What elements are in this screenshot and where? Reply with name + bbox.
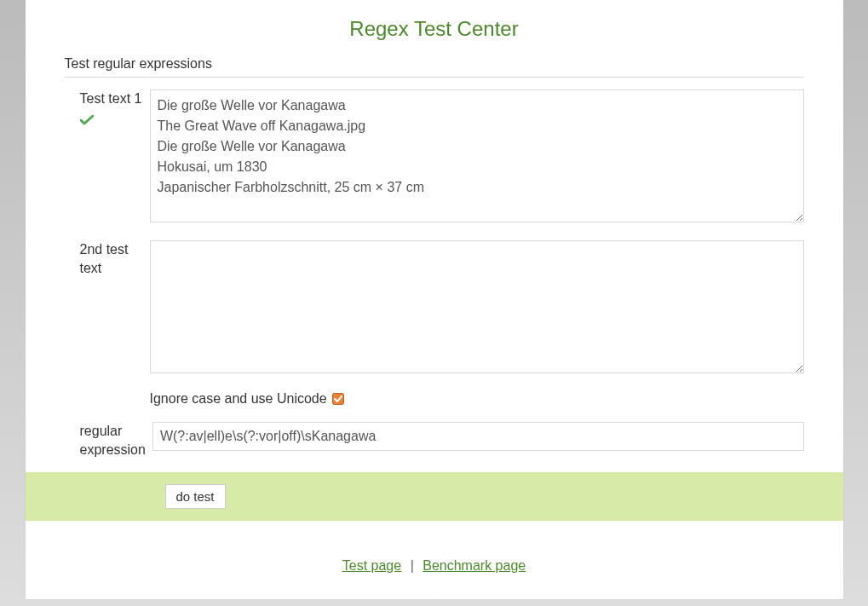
link-separator: |: [405, 558, 419, 573]
ignore-case-checkbox[interactable]: [332, 393, 344, 405]
label-test-text-1: Test text 1: [65, 89, 150, 131]
row-ignore-case: Ignore case and use Unicode: [65, 391, 804, 407]
label-test-text-2: 2nd test text: [65, 240, 150, 279]
row-test-text-2: 2nd test text: [65, 240, 804, 376]
label-regex: regular expression: [65, 422, 152, 460]
valid-check-icon: [80, 112, 94, 130]
form-legend: Test regular expressions: [65, 56, 804, 78]
action-row: do test: [26, 472, 843, 521]
row-test-text-1: Test text 1: [65, 89, 804, 225]
label-text-1: Test text 1: [80, 91, 142, 106]
test-page-link[interactable]: Test page: [342, 558, 401, 573]
test-text-2-input[interactable]: [150, 240, 804, 373]
test-text-1-input[interactable]: [150, 89, 804, 222]
page-title: Regex Test Center: [26, 17, 843, 41]
regex-input[interactable]: [152, 422, 804, 451]
benchmark-page-link[interactable]: Benchmark page: [423, 558, 526, 573]
ignore-case-label: Ignore case and use Unicode: [150, 391, 327, 407]
row-regex: regular expression: [65, 422, 804, 460]
footer-links: Test page | Benchmark page: [65, 558, 804, 574]
regex-form: Test regular expressions Test text 1 2nd…: [26, 56, 843, 574]
do-test-button[interactable]: do test: [165, 484, 226, 509]
page-container: Regex Test Center Test regular expressio…: [26, 0, 843, 599]
